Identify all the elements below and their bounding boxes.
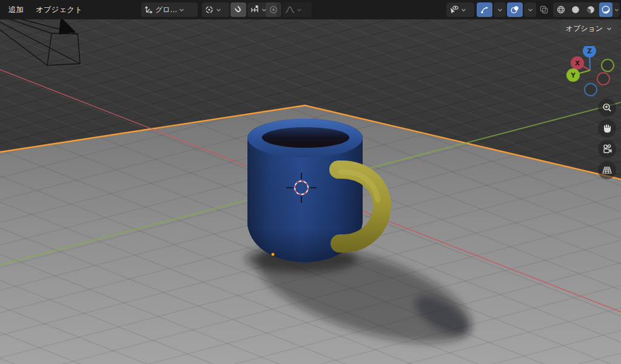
chevron-down-icon [179,7,184,13]
visibility-dropdown[interactable] [446,2,474,17]
menu-bar: 追加 オブジェクト [2,0,89,19]
mug-object[interactable] [247,119,382,262]
shading-material-button[interactable] [584,2,597,17]
gizmo-axis-x-neg[interactable] [597,73,609,85]
gizmo-z-label: Z [587,47,592,55]
menu-object[interactable]: オブジェクト [30,3,89,17]
shading-solid-button[interactable] [569,2,583,17]
orientation-icon [144,5,153,15]
gizmos-dropdown[interactable] [494,2,506,17]
camera-view-button[interactable] [598,140,616,158]
pivot-icon [204,5,214,15]
gizmo-axis-y-neg[interactable] [602,59,614,71]
chevron-down-icon [528,7,533,13]
camera-icon [602,144,613,154]
orientation-value: グロ... [155,5,177,15]
gizmo-y-label: Y [570,71,576,79]
xray-toggle[interactable] [536,2,552,17]
proportional-falloff-dropdown[interactable] [283,2,312,17]
zoom-button[interactable] [598,99,616,117]
blender-3d-viewport: 追加 オブジェクト グロ... [0,0,621,364]
mug-interior [262,127,349,148]
material-sphere-icon [586,5,596,15]
snap-increment-icon [250,5,260,15]
chevron-down-icon [606,26,612,31]
shading-rendered-button[interactable] [599,2,613,17]
gizmo-axis-z-neg[interactable] [585,84,597,96]
pivot-point-dropdown[interactable] [202,2,229,17]
falloff-curve-icon [285,5,295,15]
menu-add[interactable]: 追加 [2,3,30,17]
overlays-icon [510,5,520,15]
xray-icon [539,5,549,15]
gizmo-x-label: X [575,59,580,67]
gizmo-arrow-icon [480,5,489,15]
gizmos-cluster [477,2,506,17]
show-overlays-toggle[interactable] [507,2,523,17]
rendered-sphere-icon [601,5,611,15]
chevron-down-icon [461,7,466,13]
navigation-axis-gizmo[interactable]: Z X Y [566,46,616,98]
shading-wireframe-button[interactable] [554,2,568,17]
wireframe-sphere-icon [556,5,566,15]
viewport-header: 追加 オブジェクト グロ... [0,0,621,19]
zoom-icon [602,102,613,113]
hand-icon [602,123,613,134]
proportional-edit-cluster [266,2,312,17]
pan-button[interactable] [598,119,616,137]
chevron-down-icon [614,7,619,13]
object-origin-dot [271,253,275,256]
grid-perspective-icon [602,165,613,176]
show-gizmos-toggle[interactable] [477,2,492,17]
chevron-down-icon [497,7,503,13]
chevron-down-icon [216,7,221,13]
viewport-scene[interactable] [0,19,621,364]
options-dropdown[interactable]: オプション [560,22,617,35]
proportional-edit-toggle[interactable] [266,2,281,17]
overlays-dropdown[interactable] [524,2,536,17]
shading-mode-group [553,2,620,17]
snap-toggle-button[interactable] [230,2,246,17]
perspective-toggle-button[interactable] [598,161,616,179]
pointer-eye-icon [449,5,459,15]
magnet-icon [233,5,243,15]
solid-sphere-icon [571,5,580,15]
proportional-circle-icon [269,5,278,15]
overlays-cluster [507,2,536,17]
transform-orientation-dropdown[interactable]: グロ... [141,2,198,17]
chevron-down-icon [297,7,302,13]
options-label: オプション [566,24,603,34]
